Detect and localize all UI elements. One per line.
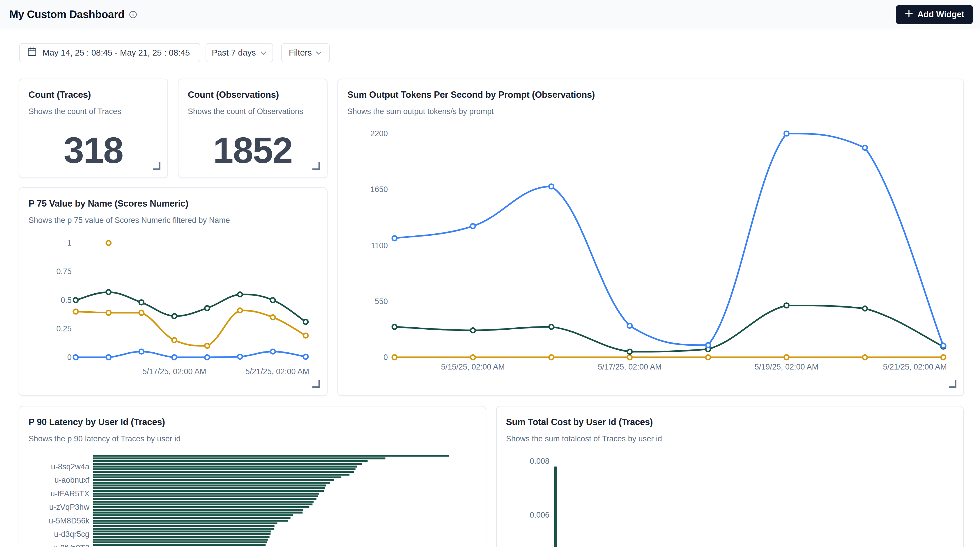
svg-text:550: 550 [375,297,388,306]
svg-text:u-8sq2w4a: u-8sq2w4a [51,462,90,471]
svg-text:0.75: 0.75 [56,267,72,276]
svg-text:u-d3qr5cg: u-d3qr5cg [54,530,89,539]
plus-icon [905,9,913,20]
card-subtitle: Shows the sum output tokens/s by prompt [347,107,954,116]
resize-handle[interactable] [312,380,320,389]
calendar-icon [27,46,37,59]
metric-value: 318 [64,129,123,171]
svg-text:u-5M8D56k: u-5M8D56k [49,517,89,525]
svg-text:0.008: 0.008 [530,457,549,466]
widget-card-p75-value: P 75 Value by Name (Scores Numeric) Show… [19,187,328,396]
widget-card-sum-output-tokens: Sum Output Tokens Per Second by Prompt (… [337,79,964,396]
svg-text:5/21/25, 02:00 AM: 5/21/25, 02:00 AM [245,367,309,376]
svg-text:1650: 1650 [370,185,388,194]
card-title: Sum Total Cost by User Id (Traces) [506,417,954,427]
card-header: P 90 Latency by User Id (Traces) Shows t… [19,406,486,444]
widget-card-count-traces: Count (Traces) Shows the count of Traces… [19,79,168,178]
sum-output-tokens-line-chart[interactable]: 05501100165022005/15/25, 02:00 AM5/17/25… [338,79,964,396]
widget-card-count-observations: Count (Observations) Shows the count of … [178,79,328,178]
time-preset-value: Past 7 days [212,48,256,58]
card-subtitle: Shows the sum totalcost of Traces by use… [506,434,954,444]
svg-text:u-8fVa9T3: u-8fVa9T3 [53,544,89,547]
svg-text:u-aobnuxf: u-aobnuxf [54,476,90,484]
svg-text:5/21/25, 02:00 AM: 5/21/25, 02:00 AM [883,363,947,371]
resize-handle[interactable] [152,162,161,171]
widget-card-p90-latency: P 90 Latency by User Id (Traces) Shows t… [19,406,486,547]
card-header: Count (Observations) Shows the count of … [178,79,327,116]
card-title: P 75 Value by Name (Scores Numeric) [29,198,318,209]
card-title: Count (Traces) [29,90,158,100]
card-title: P 90 Latency by User Id (Traces) [29,417,476,427]
info-icon[interactable] [129,11,137,19]
card-header: P 75 Value by Name (Scores Numeric) Show… [19,188,327,225]
date-range-value: May 14, 25 : 08:45 - May 21, 25 : 08:45 [43,48,190,58]
svg-text:0: 0 [383,353,388,361]
card-title: Count (Observations) [188,90,318,100]
card-subtitle: Shows the count of Traces [29,107,158,116]
svg-text:u-zVqP3hw: u-zVqP3hw [49,503,90,512]
card-subtitle: Shows the p 75 value of Scores Numeric f… [29,216,318,225]
filters-label: Filters [289,48,312,58]
time-preset-dropdown[interactable]: Past 7 days [205,43,273,62]
svg-text:0.25: 0.25 [56,324,72,333]
metric-value: 1852 [213,129,292,171]
resize-handle[interactable] [312,162,320,171]
svg-text:0.5: 0.5 [60,296,72,304]
svg-text:u-tFAR5TX: u-tFAR5TX [50,489,89,498]
svg-text:0.006: 0.006 [530,511,549,519]
card-header: Sum Total Cost by User Id (Traces) Shows… [497,406,963,444]
svg-text:0: 0 [67,353,72,361]
card-header: Count (Traces) Shows the count of Traces [19,79,167,116]
widget-card-sum-total-cost: Sum Total Cost by User Id (Traces) Shows… [496,406,964,547]
add-widget-label: Add Widget [917,10,964,19]
svg-text:1100: 1100 [371,241,388,250]
add-widget-button[interactable]: Add Widget [896,5,973,24]
svg-text:5/17/25, 02:00 AM: 5/17/25, 02:00 AM [142,367,206,376]
svg-text:5/17/25, 02:00 AM: 5/17/25, 02:00 AM [598,363,662,371]
svg-text:5/15/25, 02:00 AM: 5/15/25, 02:00 AM [441,363,505,371]
resize-handle[interactable] [948,380,956,389]
metric-value-wrap: 1852 [178,123,327,178]
svg-text:1: 1 [67,239,72,247]
card-subtitle: Shows the count of Observations [188,107,318,116]
top-header-bar: My Custom Dashboard Add Widget [0,0,980,29]
dashboard-page: { "header": { "title": "My Custom Dashbo… [0,0,980,547]
card-header: Sum Output Tokens Per Second by Prompt (… [338,79,963,116]
chevron-down-icon [315,48,322,58]
page-title: My Custom Dashboard [9,8,124,21]
metric-value-wrap: 318 [19,123,167,178]
date-range-picker[interactable]: May 14, 25 : 08:45 - May 21, 25 : 08:45 [19,43,200,62]
chevron-down-icon [260,48,267,58]
svg-text:2200: 2200 [370,129,388,138]
card-subtitle: Shows the p 90 latency of Traces by user… [29,434,476,444]
card-title: Sum Output Tokens Per Second by Prompt (… [347,90,954,100]
svg-text:5/19/25, 02:00 AM: 5/19/25, 02:00 AM [755,363,818,371]
filters-dropdown[interactable]: Filters [281,43,330,62]
